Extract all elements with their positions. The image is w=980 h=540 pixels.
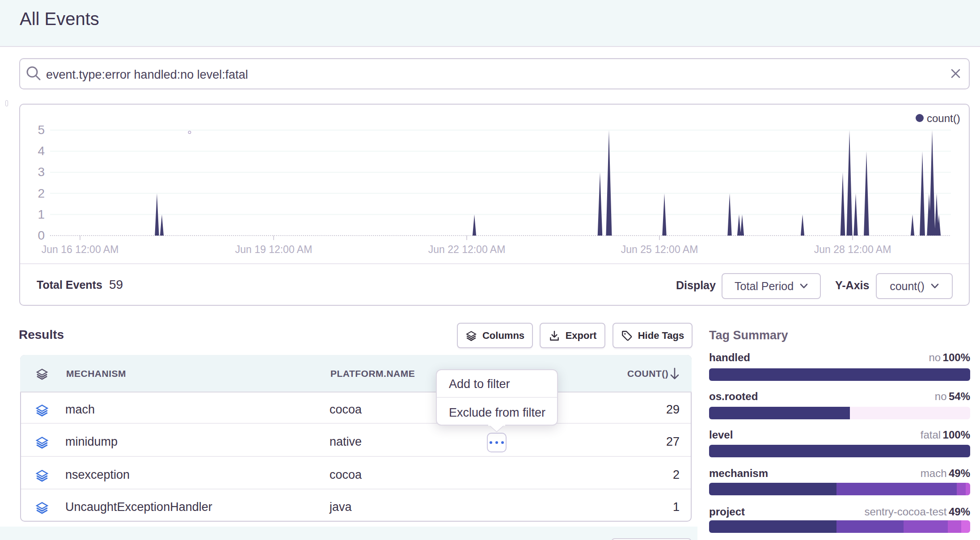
svg-text:2: 2 [38,186,45,200]
svg-text:Jun 16 12:00 AM: Jun 16 12:00 AM [42,244,119,255]
svg-text:4: 4 [38,144,45,158]
svg-text:Jun 25 12:00 AM: Jun 25 12:00 AM [621,244,698,255]
svg-text:Jun 22 12:00 AM: Jun 22 12:00 AM [428,244,506,255]
svg-text:3: 3 [38,165,45,179]
svg-text:0: 0 [38,228,45,242]
svg-text:Jun 28 12:00 AM: Jun 28 12:00 AM [814,244,891,255]
svg-text:Jun 19 12:00 AM: Jun 19 12:00 AM [235,244,313,255]
svg-text:count(): count() [927,112,960,124]
svg-text:1: 1 [38,207,45,221]
svg-text:5: 5 [38,123,45,137]
